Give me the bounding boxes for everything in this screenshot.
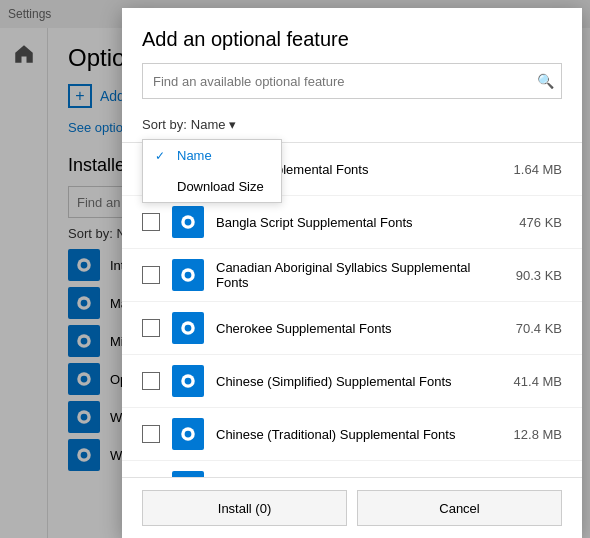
feature-list-item: Devanagari Supplemental Fonts 1.46 MB xyxy=(122,461,582,477)
sort-by-label: Sort by: xyxy=(142,117,187,132)
feature-list-item: Chinese (Simplified) Supplemental Fonts … xyxy=(122,355,582,408)
feature-checkbox-4[interactable] xyxy=(142,372,160,390)
feature-name-1: Bangla Script Supplemental Fonts xyxy=(216,215,507,230)
feature-checkbox-2[interactable] xyxy=(142,266,160,284)
svg-point-19 xyxy=(185,325,192,332)
feature-size-3: 70.4 KB xyxy=(516,321,562,336)
feature-icon-1 xyxy=(172,206,204,238)
search-icon: 🔍 xyxy=(537,73,554,89)
feature-search-input[interactable] xyxy=(142,63,562,99)
modal-header: Add an optional feature 🔍 xyxy=(122,8,582,111)
modal-overlay: Add an optional feature 🔍 Sort by: Name … xyxy=(0,0,590,538)
svg-point-21 xyxy=(185,378,192,385)
feature-list-item: Bangla Script Supplemental Fonts 476 KB xyxy=(122,196,582,249)
checkmark-icon: ✓ xyxy=(155,149,169,163)
feature-size-5: 12.8 MB xyxy=(514,427,562,442)
svg-point-17 xyxy=(185,272,192,279)
modal-dialog: Add an optional feature 🔍 Sort by: Name … xyxy=(122,8,582,538)
feature-size-1: 476 KB xyxy=(519,215,562,230)
feature-list-item: Canadian Aboriginal Syllabics Supplement… xyxy=(122,249,582,302)
feature-size-2: 90.3 KB xyxy=(516,268,562,283)
search-wrapper: 🔍 xyxy=(142,63,562,99)
feature-name-4: Chinese (Simplified) Supplemental Fonts xyxy=(216,374,502,389)
chevron-down-icon: ▾ xyxy=(229,117,236,132)
feature-list-item: Chinese (Traditional) Supplemental Fonts… xyxy=(122,408,582,461)
svg-point-15 xyxy=(185,219,192,226)
sort-option-download-size[interactable]: Download Size xyxy=(143,171,281,202)
modal-footer: Install (0) Cancel xyxy=(122,477,582,538)
svg-point-23 xyxy=(185,431,192,438)
feature-checkbox-5[interactable] xyxy=(142,425,160,443)
feature-size-4: 41.4 MB xyxy=(514,374,562,389)
sort-section: Sort by: Name ▾ ✓ Name Download Size xyxy=(122,111,582,138)
feature-checkbox-1[interactable] xyxy=(142,213,160,231)
sort-option-size-label: Download Size xyxy=(177,179,264,194)
sort-option-name-label: Name xyxy=(177,148,212,163)
feature-icon-5 xyxy=(172,418,204,450)
feature-icon-4 xyxy=(172,365,204,397)
feature-size-0: 1.64 MB xyxy=(514,162,562,177)
feature-checkbox-3[interactable] xyxy=(142,319,160,337)
feature-name-3: Cherokee Supplemental Fonts xyxy=(216,321,504,336)
feature-icon-3 xyxy=(172,312,204,344)
feature-list-item: Cherokee Supplemental Fonts 70.4 KB xyxy=(122,302,582,355)
sort-by-dropdown[interactable]: Sort by: Name ▾ xyxy=(142,117,562,132)
cancel-button[interactable]: Cancel xyxy=(357,490,562,526)
feature-icon-2 xyxy=(172,259,204,291)
install-button[interactable]: Install (0) xyxy=(142,490,347,526)
feature-name-2: Canadian Aboriginal Syllabics Supplement… xyxy=(216,260,504,290)
sort-dropdown-menu: ✓ Name Download Size xyxy=(142,139,282,203)
sort-option-name[interactable]: ✓ Name xyxy=(143,140,281,171)
sort-by-value: Name xyxy=(191,117,226,132)
feature-name-5: Chinese (Traditional) Supplemental Fonts xyxy=(216,427,502,442)
modal-title: Add an optional feature xyxy=(142,28,562,51)
